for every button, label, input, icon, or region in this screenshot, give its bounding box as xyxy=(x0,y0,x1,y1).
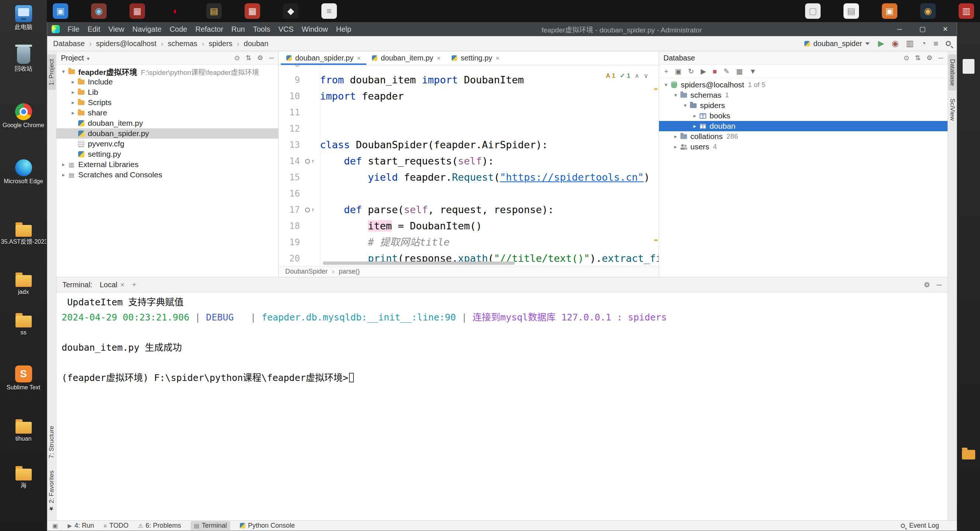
statusbar-item[interactable]: ⚠6: Problems xyxy=(138,522,181,529)
tool-stripe-tab[interactable]: ★ 2: Favorites xyxy=(48,466,56,517)
code-line[interactable]: 13class DoubanSpider(feapder.AirSpider): xyxy=(278,137,659,153)
desktop-icon[interactable]: ss xyxy=(0,312,47,336)
menu-window[interactable]: Window xyxy=(298,24,332,35)
run-icon[interactable]: ▶ xyxy=(878,40,884,48)
desktop-icon[interactable]: 35.AST反馈-2023-8... xyxy=(0,222,47,245)
editor-tab[interactable]: setting.py× xyxy=(446,51,505,65)
menu-tools[interactable]: Tools xyxy=(249,24,275,35)
code-line[interactable]: 18 item = DoubanItem() xyxy=(278,218,659,234)
desktop-icon[interactable]: Sublime Text xyxy=(0,365,47,391)
tree-row[interactable]: ▸share xyxy=(56,108,278,118)
horizontal-scrollbar[interactable] xyxy=(323,262,515,265)
tool-stripe-tab[interactable]: Database xyxy=(948,55,956,90)
taskbar-app[interactable]: ▢ xyxy=(805,3,821,19)
desktop-icon[interactable]: 海 xyxy=(0,465,47,489)
close-button[interactable]: ✕ xyxy=(934,22,957,36)
run-config-select[interactable]: douban_spider xyxy=(804,40,870,48)
tool-stripe-tab[interactable]: 1: Project xyxy=(48,55,56,90)
minimize-button[interactable]: ─ xyxy=(888,22,911,36)
close-tab-icon[interactable]: × xyxy=(357,54,361,62)
terminal-output[interactable]: UpdateItem 支持字典赋值2024-04-29 00:23:21.906… xyxy=(56,292,948,520)
edit-icon[interactable]: ✎ xyxy=(724,68,729,75)
tree-arrow-icon[interactable]: ▸ xyxy=(671,143,680,150)
tree-row-selected[interactable]: ▸douban xyxy=(659,121,948,131)
taskbar-app[interactable]: ≡ xyxy=(321,3,337,19)
toolwindow-switcher-icon[interactable]: ▣ xyxy=(52,522,58,529)
override-marker-icon[interactable] xyxy=(305,159,310,164)
statusbar-item[interactable]: ≡TODO xyxy=(104,522,129,529)
taskbar-app[interactable]: ▣ xyxy=(53,3,68,19)
statusbar-item[interactable]: ▤Terminal xyxy=(191,521,230,530)
desktop-icon[interactable]: jadx xyxy=(0,272,47,295)
debug-icon[interactable]: ◉ xyxy=(891,40,899,48)
prev-issue-icon[interactable]: ∧ xyxy=(635,68,639,84)
desktop-icon[interactable]: tihuan xyxy=(0,418,47,442)
breadcrumb-item[interactable]: douban xyxy=(244,40,269,48)
tree-row-selected[interactable]: douban_spider.py xyxy=(56,128,278,139)
tool-stripe-tab[interactable]: SciView xyxy=(948,94,956,125)
code-line[interactable]: 14↑ def start_requests(self): xyxy=(278,153,659,169)
desktop-icon[interactable]: Google Chrome xyxy=(0,103,47,129)
tree-arrow-icon[interactable]: ▸ xyxy=(59,161,67,168)
menu-view[interactable]: View xyxy=(104,24,129,35)
stop-icon[interactable]: ■ xyxy=(713,68,717,75)
code-line[interactable]: 15 yield feapder.Request("https://spider… xyxy=(278,169,659,185)
event-log-button[interactable]: Event Log xyxy=(900,522,939,529)
locate-object-icon[interactable]: ⊙ xyxy=(904,55,909,61)
refresh-icon[interactable]: ↻ xyxy=(688,68,694,75)
tree-row[interactable]: ▸▥External Libraries xyxy=(56,159,278,170)
hide-panel-icon[interactable]: ─ xyxy=(938,55,943,61)
new-terminal-button[interactable]: + xyxy=(132,281,137,289)
warning-stripe-mark[interactable] xyxy=(654,88,657,90)
menu-help[interactable]: Help xyxy=(332,24,355,35)
tree-row[interactable]: ▸Scripts xyxy=(56,97,278,108)
breadcrumb-item[interactable]: spiders@localhost xyxy=(96,40,156,48)
tree-row[interactable]: ▸users4 xyxy=(659,142,948,152)
tree-row[interactable]: ▾spiders@localhost1 of 5 xyxy=(659,80,948,90)
jump-to-console-icon[interactable]: ▶ xyxy=(701,68,706,75)
statusbar-item[interactable]: ▶4: Run xyxy=(67,522,94,529)
menu-code[interactable]: Code xyxy=(165,24,191,35)
taskbar-app[interactable]: ▦ xyxy=(129,3,145,19)
tree-arrow-icon[interactable]: ▸ xyxy=(69,79,77,85)
menu-run[interactable]: Run xyxy=(227,24,249,35)
code-line[interactable]: 9from douban_item import DoubanItem xyxy=(278,72,659,88)
add-datasource-icon[interactable]: + xyxy=(664,68,668,75)
locate-file-icon[interactable]: ⊙ xyxy=(234,55,240,61)
settings-icon[interactable]: ⚙ xyxy=(924,281,930,288)
tree-row[interactable]: ▸Lib xyxy=(56,87,278,97)
chevron-down-icon[interactable] xyxy=(87,54,90,62)
terminal-tab-local[interactable]: Local × xyxy=(100,281,125,289)
tool-stripe-tab[interactable]: 7: Structure xyxy=(48,422,56,463)
tree-row[interactable]: ▾feapder虚拟环境F:\spider\python课程\feapder虚拟… xyxy=(56,67,278,77)
tree-arrow-icon[interactable]: ▾ xyxy=(662,81,670,88)
taskbar-app[interactable]: ▣ xyxy=(882,3,897,19)
collapse-all-icon[interactable]: ⇅ xyxy=(915,55,921,61)
warning-stripe-mark[interactable] xyxy=(654,239,657,241)
editor-tab[interactable]: douban_spider.py× xyxy=(281,51,366,65)
tree-arrow-icon[interactable]: ▸ xyxy=(671,133,680,140)
taskbar-app[interactable]: ▤ xyxy=(206,3,222,19)
desktop-icon[interactable] xyxy=(963,59,974,74)
collapse-all-icon[interactable]: ⇅ xyxy=(246,55,251,61)
code-line[interactable]: 11 xyxy=(278,105,659,120)
coverage-icon[interactable]: ▥ xyxy=(906,40,914,48)
stop-icon[interactable]: ■ xyxy=(934,40,938,48)
taskbar-app[interactable]: ◐ xyxy=(168,3,183,19)
taskbar-app[interactable]: ▥ xyxy=(959,3,974,19)
desktop-icon[interactable]: 此电脑 xyxy=(0,5,47,31)
editor-breadcrumb-item[interactable]: parse() xyxy=(339,268,360,276)
hide-icon[interactable]: ─ xyxy=(937,281,942,288)
tree-arrow-icon[interactable]: ▸ xyxy=(59,171,67,178)
tree-row[interactable]: ▾spiders xyxy=(659,100,948,111)
taskbar-app[interactable]: ◉ xyxy=(91,3,107,19)
menu-refactor[interactable]: Refactor xyxy=(191,24,227,35)
editor-tab[interactable]: douban_item.py× xyxy=(366,51,446,65)
override-marker-icon[interactable] xyxy=(305,208,310,212)
tree-arrow-icon[interactable]: ▸ xyxy=(69,89,77,95)
breadcrumb-item[interactable]: schemas xyxy=(168,40,197,48)
tree-row[interactable]: ▸▤Scratches and Consoles xyxy=(56,170,278,180)
menu-navigate[interactable]: Navigate xyxy=(129,24,165,35)
search-icon[interactable] xyxy=(946,41,951,46)
tree-row[interactable]: pyvenv.cfg xyxy=(56,139,278,149)
